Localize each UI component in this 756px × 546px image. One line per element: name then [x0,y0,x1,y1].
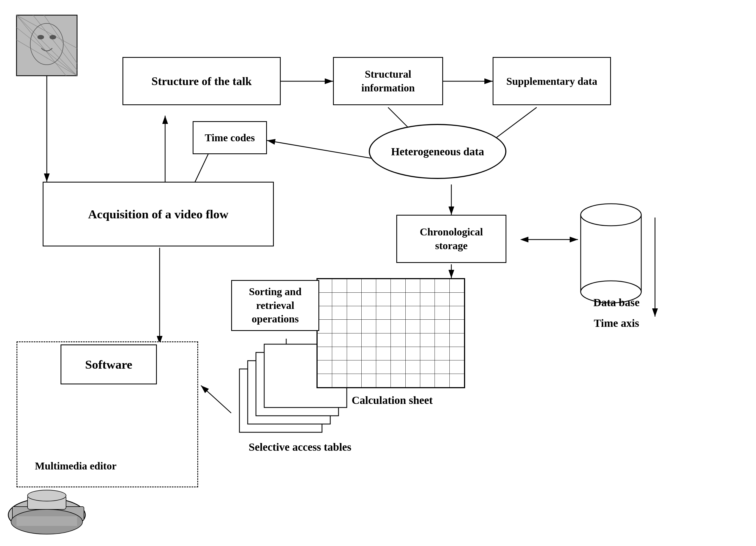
svg-point-11 [30,23,63,65]
supplementary-data-box: Supplementary data [493,57,611,105]
structure-talk-box: Structure of the talk [122,57,281,105]
svg-rect-43 [28,496,66,509]
svg-line-6 [17,40,77,76]
svg-line-4 [17,15,77,76]
svg-line-7 [17,15,77,48]
svg-point-13 [50,35,56,39]
time-codes-box: Time codes [193,121,267,154]
selective-access-label: Selective access tables [223,441,377,454]
svg-point-41 [11,509,83,534]
svg-rect-42 [17,516,77,526]
calculation-sheet-label: Calculation sheet [330,394,454,407]
svg-line-28 [201,386,231,413]
acquisition-box: Acquisition of a video flow [43,182,274,246]
multimedia-editor-label: Multimedia editor [25,460,127,472]
sorting-retrieval-box: Sorting and retrieval operations [231,280,319,331]
svg-line-8 [17,15,66,76]
svg-point-30 [581,204,641,226]
calculation-sheet [316,278,465,388]
svg-rect-3 [17,15,77,76]
calc-sheet-table [317,279,464,388]
software-box: Software [61,345,157,384]
svg-line-9 [33,15,77,70]
svg-rect-29 [581,215,641,292]
svg-line-10 [44,15,77,63]
svg-line-5 [17,28,77,76]
svg-point-12 [37,35,44,39]
svg-line-20 [267,140,380,160]
time-axis-label: Time axis [586,317,647,330]
svg-rect-45 [239,369,322,432]
svg-rect-40 [12,507,84,520]
structural-info-box: Structural information [333,57,443,105]
diagram: Structure of the talk Structural informa… [0,0,756,546]
database-label: Data base [586,296,647,309]
chronological-storage-box: Chronological storage [396,215,506,263]
svg-point-39 [8,498,85,531]
heterogeneous-data-ellipse: Heterogeneous data [369,124,506,179]
svg-point-44 [28,490,66,501]
